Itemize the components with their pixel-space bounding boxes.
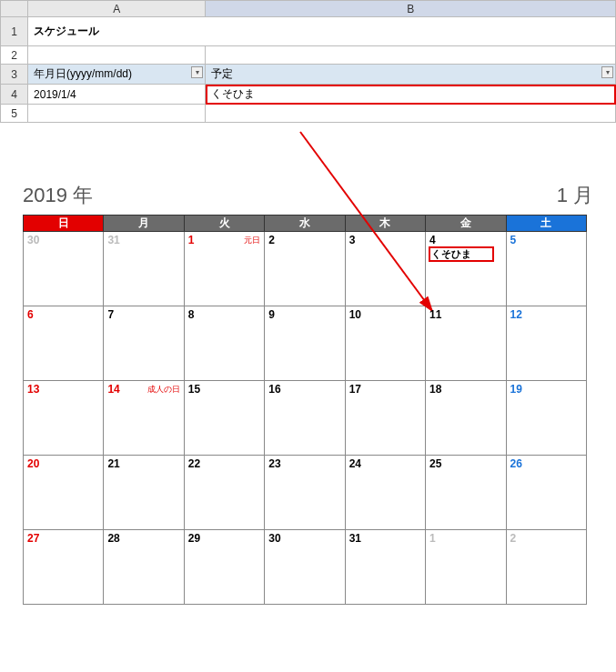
calendar-cell[interactable]: 20 bbox=[24, 456, 104, 530]
row-header-3[interactable]: 3 bbox=[1, 65, 28, 85]
day-number: 7 bbox=[107, 308, 179, 321]
calendar-cell[interactable]: 19 bbox=[506, 381, 586, 456]
calendar-cell[interactable]: 10 bbox=[345, 306, 425, 381]
calendar-cell[interactable]: 30 bbox=[24, 232, 104, 306]
dow-sat: 土 bbox=[506, 216, 586, 232]
day-number: 10 bbox=[349, 308, 421, 321]
calendar-cell[interactable]: 2 bbox=[506, 530, 586, 605]
day-number: 2 bbox=[510, 532, 582, 545]
calendar-table: 日 月 火 水 木 金 土 30311元日234くそひま567891011121… bbox=[23, 215, 587, 605]
calendar-cell[interactable]: 24 bbox=[345, 456, 425, 530]
cell-b5[interactable] bbox=[206, 105, 616, 123]
header-plan-cell[interactable]: 予定 ▾ bbox=[206, 65, 616, 85]
filter-icon[interactable]: ▾ bbox=[601, 66, 613, 78]
row-header-4[interactable]: 4 bbox=[1, 85, 28, 105]
calendar-cell[interactable]: 6 bbox=[24, 306, 104, 381]
calendar-cell[interactable]: 25 bbox=[426, 456, 506, 530]
day-number: 18 bbox=[429, 383, 501, 396]
calendar-cell[interactable]: 12 bbox=[506, 306, 586, 381]
day-number: 8 bbox=[188, 308, 260, 321]
calendar-cell[interactable]: 1 bbox=[426, 530, 506, 605]
calendar-cell[interactable]: 22 bbox=[184, 456, 264, 530]
day-number: 23 bbox=[268, 457, 340, 470]
calendar-cell[interactable]: 31 bbox=[345, 530, 425, 605]
calendar-cell[interactable]: 4くそひま bbox=[426, 232, 506, 306]
day-number: 29 bbox=[188, 532, 260, 545]
day-number: 25 bbox=[429, 457, 501, 470]
header-plan-label: 予定 bbox=[211, 67, 233, 80]
dow-sun: 日 bbox=[24, 216, 104, 232]
header-date-label: 年月日(yyyy/mm/dd) bbox=[34, 67, 132, 80]
dow-thu: 木 bbox=[345, 216, 425, 232]
calendar-cell[interactable]: 30 bbox=[265, 530, 345, 605]
calendar-cell[interactable]: 23 bbox=[265, 456, 345, 530]
cell-a2[interactable] bbox=[28, 46, 206, 65]
calendar-cell[interactable]: 31 bbox=[104, 232, 184, 306]
day-number: 30 bbox=[27, 234, 99, 246]
calendar-cell[interactable]: 18 bbox=[426, 381, 506, 456]
data-date-cell[interactable]: 2019/1/4 bbox=[28, 85, 206, 105]
column-header-a[interactable]: A bbox=[28, 1, 206, 17]
day-number: 4 bbox=[429, 234, 501, 246]
day-number: 26 bbox=[510, 457, 582, 470]
calendar-cell[interactable]: 16 bbox=[265, 381, 345, 456]
day-number: 31 bbox=[349, 532, 421, 545]
calendar-cell[interactable]: 8 bbox=[184, 306, 264, 381]
day-number: 2 bbox=[268, 234, 340, 246]
day-number: 9 bbox=[268, 308, 340, 321]
calendar-year: 2019 年 bbox=[23, 182, 93, 209]
day-number: 24 bbox=[349, 457, 421, 470]
column-header-b[interactable]: B bbox=[206, 1, 616, 17]
calendar-cell[interactable]: 1元日 bbox=[184, 232, 264, 306]
holiday-label: 成人の日 bbox=[147, 384, 180, 396]
spreadsheet-table: A B 1 スケジュール 2 3 年月日(yyyy/mm/dd) ▾ 予定 ▾ … bbox=[0, 0, 616, 123]
dow-tue: 火 bbox=[184, 216, 264, 232]
day-number: 28 bbox=[107, 532, 179, 545]
calendar-cell[interactable]: 14成人の日 bbox=[104, 381, 184, 456]
day-number: 5 bbox=[510, 234, 582, 246]
dow-mon: 月 bbox=[104, 216, 184, 232]
holiday-label: 元日 bbox=[244, 235, 260, 246]
row-header-5[interactable]: 5 bbox=[1, 105, 28, 123]
corner-cell[interactable] bbox=[1, 1, 28, 17]
calendar-cell[interactable]: 9 bbox=[265, 306, 345, 381]
calendar-cell[interactable]: 26 bbox=[506, 456, 586, 530]
day-number: 12 bbox=[510, 308, 582, 321]
title-cell[interactable]: スケジュール bbox=[28, 17, 616, 46]
calendar-cell[interactable]: 17 bbox=[345, 381, 425, 456]
calendar-cell[interactable]: 15 bbox=[184, 381, 264, 456]
calendar-cell[interactable]: 7 bbox=[104, 306, 184, 381]
data-plan-cell[interactable]: くそひま bbox=[206, 85, 616, 105]
cell-a5[interactable] bbox=[28, 105, 206, 123]
calendar-cell[interactable]: 27 bbox=[24, 530, 104, 605]
day-number: 22 bbox=[188, 457, 260, 470]
day-number: 21 bbox=[107, 457, 179, 470]
calendar-cell[interactable]: 29 bbox=[184, 530, 264, 605]
day-number: 13 bbox=[27, 383, 99, 396]
calendar-cell[interactable]: 21 bbox=[104, 456, 184, 530]
filter-icon[interactable]: ▾ bbox=[191, 66, 203, 78]
day-number: 20 bbox=[27, 457, 99, 470]
calendar-cell[interactable]: 28 bbox=[104, 530, 184, 605]
day-number: 19 bbox=[510, 383, 582, 396]
calendar-cell[interactable]: 5 bbox=[506, 232, 586, 306]
day-number: 17 bbox=[349, 383, 421, 396]
day-number: 6 bbox=[27, 308, 99, 321]
day-number: 3 bbox=[349, 234, 421, 246]
row-header-2[interactable]: 2 bbox=[1, 46, 28, 65]
row-header-1[interactable]: 1 bbox=[1, 17, 28, 46]
day-number: 16 bbox=[268, 383, 340, 396]
calendar-cell[interactable]: 3 bbox=[345, 232, 425, 306]
calendar-header: 2019 年 1 月 bbox=[23, 182, 593, 209]
calendar-cell[interactable]: 13 bbox=[24, 381, 104, 456]
day-number: 15 bbox=[188, 383, 260, 396]
dow-wed: 水 bbox=[265, 216, 345, 232]
header-date-cell[interactable]: 年月日(yyyy/mm/dd) ▾ bbox=[28, 65, 206, 85]
calendar-cell[interactable]: 2 bbox=[265, 232, 345, 306]
event-label: くそひま bbox=[429, 247, 493, 261]
day-number: 27 bbox=[27, 532, 99, 545]
day-number: 30 bbox=[268, 532, 340, 545]
calendar-cell[interactable]: 11 bbox=[426, 306, 506, 381]
cell-b2[interactable] bbox=[206, 46, 616, 65]
day-number: 31 bbox=[107, 234, 179, 246]
